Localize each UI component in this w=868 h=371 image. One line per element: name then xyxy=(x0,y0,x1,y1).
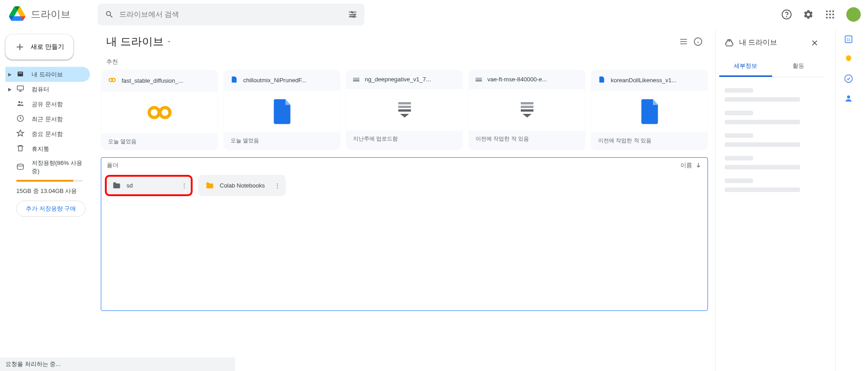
storage-text: 15GB 중 13.04GB 사용 xyxy=(5,185,97,197)
contacts-app-icon[interactable] xyxy=(844,94,853,103)
chevron-right-icon: ▶ xyxy=(8,72,12,77)
calendar-app-icon[interactable]: 31 xyxy=(844,34,853,43)
close-icon[interactable] xyxy=(810,38,819,47)
sidebar-item-label: 내 드라이브 xyxy=(32,70,63,79)
new-button[interactable]: 새로 만들기 xyxy=(5,34,73,60)
search-icon xyxy=(105,10,114,19)
chevron-down-icon xyxy=(166,39,172,44)
svg-point-24 xyxy=(160,108,170,117)
svg-point-28 xyxy=(847,95,850,99)
sidebar-item-4[interactable]: 중요 문서함 xyxy=(5,127,90,141)
file-icon xyxy=(598,76,605,85)
keep-app-icon[interactable] xyxy=(844,54,853,63)
file-icon xyxy=(231,76,238,85)
suggested-label: 추천 xyxy=(101,54,708,70)
svg-point-13 xyxy=(832,17,834,19)
sidebar-item-0[interactable]: ▶내 드라이브 xyxy=(5,67,90,82)
suggested-status: 지난주에 업로드함 xyxy=(346,131,463,147)
apps-icon[interactable] xyxy=(821,5,839,23)
svg-point-17 xyxy=(19,101,21,103)
info-icon[interactable] xyxy=(693,37,703,46)
settings-icon[interactable] xyxy=(799,5,817,23)
folder-icon xyxy=(112,181,121,190)
svg-point-6 xyxy=(829,10,831,12)
page-title: 내 드라이브 xyxy=(106,34,164,49)
svg-point-18 xyxy=(21,102,23,103)
sidebar-item-6[interactable]: 저장용량(86% 사용 중) xyxy=(5,156,90,178)
app-name: 드라이브 xyxy=(31,8,71,21)
search-input[interactable] xyxy=(119,10,343,19)
svg-point-2 xyxy=(353,16,354,17)
computer-icon xyxy=(16,85,24,94)
sidebar-item-3[interactable]: 최근 문서함 xyxy=(5,112,90,127)
drive-fill-icon xyxy=(16,70,24,79)
details-loading-skeleton xyxy=(719,77,825,203)
suggested-card-3[interactable]: vae-ft-mse-840000-e...이전에 작업한 적 있음 xyxy=(468,70,585,150)
folder-colab-notebooks[interactable]: Colab Notebooks⋮ xyxy=(198,175,286,196)
tab-activity[interactable]: 활동 xyxy=(772,56,825,77)
colab-icon xyxy=(108,76,116,85)
binary-icon xyxy=(476,77,482,82)
suggested-status: 오늘 열었음 xyxy=(223,132,340,149)
list-view-icon[interactable] xyxy=(679,37,688,46)
svg-point-8 xyxy=(826,14,828,15)
suggested-status: 오늘 열었음 xyxy=(101,133,218,150)
svg-point-23 xyxy=(149,108,159,117)
sidebar-item-label: 저장용량(86% 사용 중) xyxy=(32,159,85,175)
svg-point-10 xyxy=(832,14,834,15)
tab-details[interactable]: 세부정보 xyxy=(719,56,772,77)
details-title: 내 드라이브 xyxy=(739,38,805,47)
buy-storage-button[interactable]: 추가 저장용량 구매 xyxy=(16,201,85,217)
suggested-thumb xyxy=(346,89,462,131)
folder-icon xyxy=(205,181,214,190)
svg-point-5 xyxy=(826,10,828,12)
sidebar-item-5[interactable]: 휴지통 xyxy=(5,141,90,156)
suggested-status: 이전에 작업한 적 있음 xyxy=(591,132,708,149)
new-button-label: 새로 만들기 xyxy=(31,43,64,51)
suggested-name: fast_stable_diffusion_... xyxy=(122,77,183,84)
suggested-card-2[interactable]: ng_deepnegative_v1_7...지난주에 업로드함 xyxy=(346,70,463,150)
suggested-card-4[interactable]: koreanDollLikeness_v1...이전에 작업한 적 있음 xyxy=(591,70,708,150)
suggested-card-0[interactable]: fast_stable_diffusion_...오늘 열었음 xyxy=(101,70,218,150)
folder-name: sd xyxy=(127,182,133,189)
folder-sd[interactable]: sd⋮ xyxy=(105,175,193,196)
suggested-name: chilloutmix_NiPrunedF... xyxy=(243,77,306,84)
storage-icon xyxy=(16,163,24,172)
suggested-thumb xyxy=(224,91,340,132)
folder-more-icon[interactable]: ⋮ xyxy=(179,180,189,191)
svg-text:31: 31 xyxy=(846,38,851,42)
search-bar[interactable] xyxy=(98,4,364,25)
logo-area[interactable]: 드라이브 xyxy=(7,5,98,24)
breadcrumb-my-drive[interactable]: 내 드라이브 xyxy=(106,34,172,49)
recent-icon xyxy=(16,114,24,124)
suggested-name: koreanDollLikeness_v1... xyxy=(611,77,676,84)
folders-label: 폴더 xyxy=(107,161,118,169)
trash-icon xyxy=(16,144,24,154)
search-options-icon[interactable] xyxy=(348,10,357,19)
sort-label: 이름 xyxy=(680,161,692,169)
svg-point-22 xyxy=(112,78,115,82)
user-avatar[interactable] xyxy=(846,7,861,22)
drive-outline-icon xyxy=(725,38,734,47)
svg-point-4 xyxy=(787,17,787,17)
tasks-app-icon[interactable] xyxy=(844,74,853,83)
folder-more-icon[interactable]: ⋮ xyxy=(273,180,282,191)
suggested-card-1[interactable]: chilloutmix_NiPrunedF...오늘 열었음 xyxy=(223,70,340,150)
suggested-name: ng_deepnegative_v1_7... xyxy=(365,76,431,83)
svg-point-12 xyxy=(829,17,831,19)
drive-logo-icon xyxy=(7,5,27,24)
folder-name: Colab Notebooks xyxy=(220,182,265,189)
help-icon[interactable] xyxy=(778,5,796,23)
svg-point-11 xyxy=(826,17,828,19)
plus-icon xyxy=(14,42,25,52)
sidebar-item-label: 중요 문서함 xyxy=(32,130,63,138)
sidebar-item-2[interactable]: 공유 문서함 xyxy=(5,97,90,112)
svg-rect-16 xyxy=(17,86,24,90)
suggested-thumb xyxy=(101,92,217,133)
svg-point-9 xyxy=(829,14,831,15)
sort-toggle[interactable]: 이름 xyxy=(680,161,702,169)
suggested-name: vae-ft-mse-840000-e... xyxy=(487,76,547,83)
suggested-thumb xyxy=(591,91,708,132)
sidebar-item-1[interactable]: ▶컴퓨터 xyxy=(5,82,90,97)
sidebar-item-label: 공유 문서함 xyxy=(32,100,63,108)
